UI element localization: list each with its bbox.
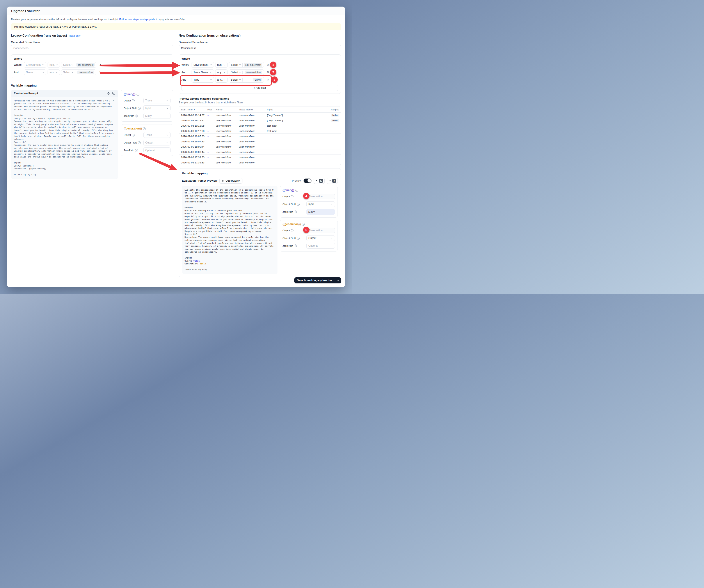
filter-value-chip: user-workflow	[77, 71, 94, 74]
table-row[interactable]: 2026-02-08 19:12:08 user-workflow user-w…	[179, 123, 341, 128]
chevron-up-icon	[315, 180, 318, 182]
jsonpath-input[interactable]: $.key	[306, 209, 335, 215]
divider	[242, 63, 243, 67]
object-field-select[interactable]: Input	[143, 106, 171, 111]
step-by-step-guide-link[interactable]: Follow our step-by-step guide	[119, 18, 155, 21]
info-icon	[302, 223, 305, 225]
chevron-down-icon	[71, 71, 73, 73]
column-header-start-time[interactable]: Start Time	[181, 108, 207, 111]
legacy-config-panel: Legacy Configuration (runs on traces) Re…	[11, 34, 173, 179]
chevron-down-icon	[166, 134, 169, 136]
table-row[interactable]: 2026-02-08 19:14:57 user-workflow user-w…	[179, 113, 341, 118]
collapse-vertical-icon[interactable]	[107, 92, 110, 95]
object-field-select[interactable]: Output	[143, 140, 171, 145]
info-icon	[135, 149, 138, 152]
dialog-content: Review your legacy evaluator on the left…	[7, 15, 345, 277]
new-generation-variable-card: {{generation}} Object Observation 5 Obje…	[280, 220, 338, 252]
save-options-caret[interactable]	[335, 277, 341, 283]
table-header-row: Start Time Type Name Trace Name Input Ou…	[179, 107, 341, 113]
object-field-select[interactable]: Input	[306, 201, 335, 207]
filter-column-select[interactable]: Name	[24, 69, 46, 75]
info-icon	[291, 229, 293, 232]
table-row[interactable]: 2026-02-08 19:14:57 user-workflow user-w…	[179, 118, 341, 123]
annotation-badge-1: 1	[270, 62, 276, 68]
annotation-badge-4: 4	[303, 193, 309, 199]
new-query-variable-card: {{query}} Object Observation 4 Object Fi…	[280, 186, 338, 217]
preview-toggle-label: Preview	[292, 179, 301, 182]
table-row[interactable]: 2026-02-08 19:12:08 user-workflow user-w…	[179, 128, 341, 133]
filter-column-select[interactable]: Environment	[24, 62, 46, 68]
sdk-requirement-banner: Running evaluators requires JS SDK ≥ 4.0…	[11, 23, 341, 30]
jsonpath-input[interactable]: Optional	[306, 243, 335, 249]
previous-shortcut-button[interactable]: K	[314, 178, 325, 184]
table-row[interactable]: 2026-02-06 18:06:44 user-workflow user-w…	[179, 149, 341, 154]
filter-operator-select[interactable]: non...	[215, 62, 228, 68]
divider	[242, 78, 243, 81]
filter-operator-select[interactable]: any..	[215, 77, 228, 83]
filter-connector: And	[181, 71, 190, 74]
list-tree-icon	[222, 180, 224, 182]
next-shortcut-button[interactable]: J	[327, 178, 338, 184]
save-button[interactable]: Save & mark legacy inactive	[294, 277, 335, 283]
info-icon	[135, 115, 138, 117]
info-icon	[138, 141, 141, 144]
new-filter-row-3: And Type any.. SelectSPAN 3	[181, 77, 338, 83]
filter-value-select[interactable]: SelectSPAN	[229, 77, 264, 83]
table-row[interactable]: 2026-02-08 19:07:33 user-workflow user-w…	[179, 133, 341, 139]
remove-filter-button[interactable]	[267, 63, 270, 67]
object-select[interactable]: Trace	[143, 132, 171, 138]
table-row[interactable]: 2026-02-08 19:07:33 user-workflow user-w…	[179, 139, 341, 144]
table-row[interactable]: 2026-02-06 17:39:53 user-workflow user-w…	[179, 154, 341, 160]
object-select[interactable]: Trace	[143, 98, 171, 104]
remove-filter-button[interactable]	[267, 71, 270, 74]
evaluation-prompt-card-title: Evaluation Prompt	[14, 92, 38, 95]
info-icon	[138, 107, 141, 110]
filter-column-select[interactable]: Type	[191, 77, 214, 83]
remove-filter-button[interactable]	[99, 63, 102, 67]
chevron-down-icon	[239, 64, 241, 66]
filter-value-select[interactable]: Selectsdk-experiment	[61, 62, 96, 68]
output-badge: hello	[332, 114, 339, 117]
legacy-filter-row-1: Where Environment non... Selectsdk-exper…	[14, 62, 171, 68]
new-score-name-input[interactable]: Conciseness	[179, 45, 341, 51]
filter-connector: Where	[14, 63, 22, 66]
copy-icon[interactable]	[112, 92, 115, 95]
legacy-query-variable-card: {{query}} Object Trace Object Field Inpu…	[121, 90, 173, 122]
info-icon	[294, 210, 297, 213]
table-row[interactable]: 2026-02-06 17:39:53 user-workflow user-w…	[179, 160, 341, 165]
column-header-type: Type	[207, 108, 216, 111]
filter-column-select[interactable]: Environment	[191, 62, 214, 68]
filter-value-chip: SPAN	[253, 78, 262, 81]
filter-operator-select[interactable]: non...	[48, 62, 60, 68]
evaluation-prompt-card: Evaluation Prompt "Evaluate the concisen…	[11, 90, 118, 179]
preview-toggle[interactable]	[304, 179, 311, 183]
filter-operator-select[interactable]: any..	[215, 69, 228, 75]
new-config-panel: New Configuration (runs on observations)…	[179, 34, 341, 277]
remove-filter-button[interactable]	[99, 71, 102, 74]
span-type-icon	[207, 145, 210, 148]
filter-column-select[interactable]: Trace Name	[191, 69, 214, 75]
filter-value-select[interactable]: Selectuser-workflow	[229, 69, 264, 75]
variable-name: {{query}}	[124, 93, 135, 96]
filter-value-select[interactable]: Selectuser-workflow	[61, 69, 96, 75]
filter-operator-select[interactable]: any..	[48, 69, 60, 75]
new-mapping-title: Variable mapping	[182, 172, 338, 175]
filter-value-select[interactable]: Selectsdk-experiment	[229, 62, 264, 68]
jsonpath-input: $.key	[143, 113, 171, 119]
info-icon	[291, 195, 293, 198]
object-select: Observation	[306, 194, 335, 199]
readonly-badge: Read-only	[69, 35, 80, 37]
remove-filter-button[interactable]	[267, 78, 270, 81]
table-row[interactable]: 2026-02-06 18:06:44 user-workflow user-w…	[179, 144, 341, 149]
new-where-title: Where	[181, 57, 338, 60]
divider	[75, 63, 75, 67]
object-field-select[interactable]: Output	[306, 235, 335, 241]
chevron-down-icon	[331, 237, 333, 239]
legacy-title: Legacy Configuration (runs on traces)	[11, 34, 67, 37]
add-filter-button[interactable]: + Add filter	[181, 85, 338, 91]
info-icon	[143, 127, 146, 130]
info-icon	[136, 93, 139, 96]
chevron-down-icon	[239, 79, 241, 81]
chevron-down-icon	[210, 71, 212, 73]
info-icon	[294, 245, 297, 247]
